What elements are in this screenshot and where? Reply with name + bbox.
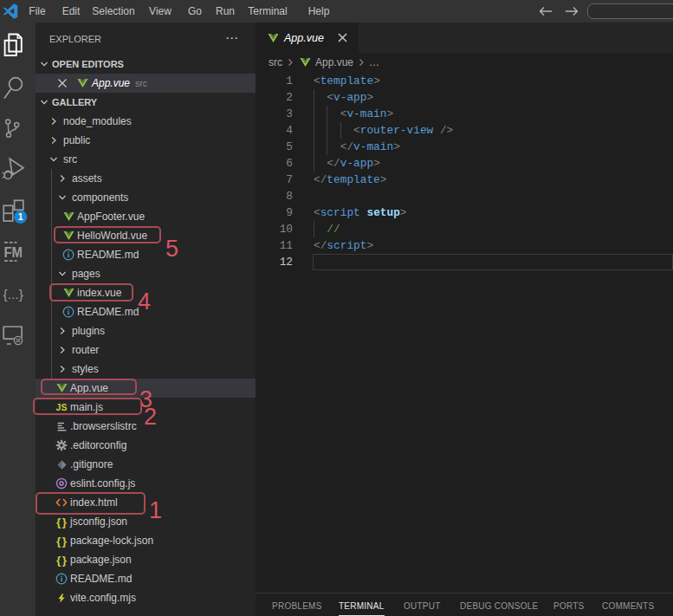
svg-text:{...}: {...} <box>3 287 23 302</box>
svg-text:1: 1 <box>18 211 23 222</box>
svg-text:FM: FM <box>3 245 23 261</box>
